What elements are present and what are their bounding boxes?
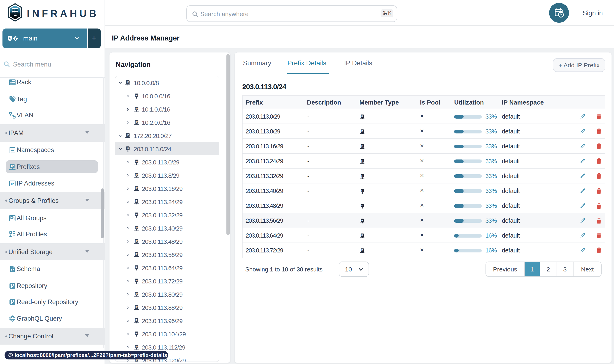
svg-text:IP: IP (11, 182, 14, 185)
